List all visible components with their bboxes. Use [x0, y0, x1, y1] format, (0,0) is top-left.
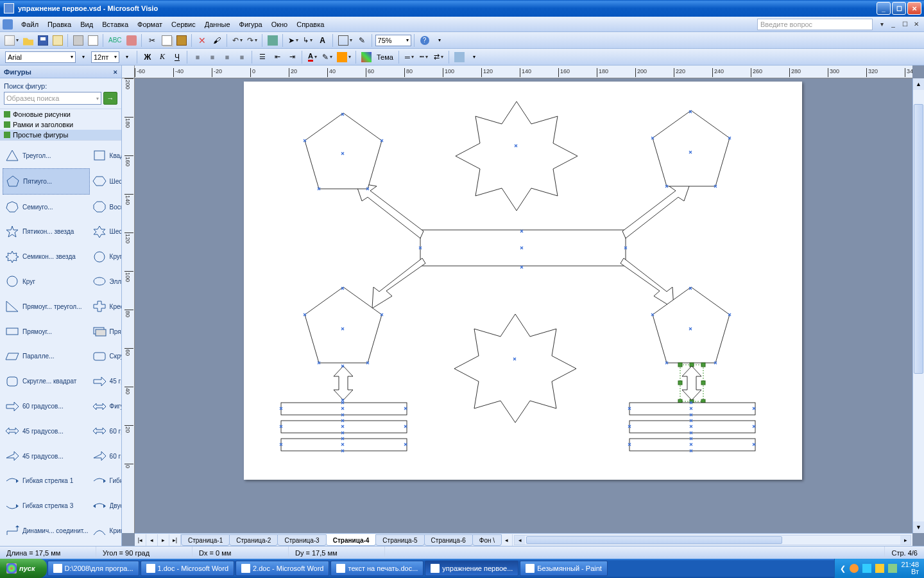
search-go-button[interactable]: → [103, 92, 117, 105]
first-page-button[interactable]: |◂ [135, 534, 146, 546]
underline-button[interactable]: Ч [170, 50, 184, 64]
drawing-area[interactable] [135, 78, 912, 533]
shapes-window-button[interactable] [266, 33, 280, 48]
scroll-up-icon[interactable]: ▲ [913, 78, 924, 90]
scroll-left-icon[interactable]: ◂ [515, 536, 525, 545]
last-page-button[interactable]: ▸| [169, 534, 181, 546]
shape-stencil-item[interactable]: Прямоуг... с тенью [90, 319, 121, 344]
shape-stencil-item[interactable]: 60 градусов... [3, 394, 90, 419]
open-button[interactable] [21, 33, 35, 48]
font-dropdown[interactable]: ▾ [76, 50, 90, 64]
shape-stencil-item[interactable]: Пятикон... звезда [3, 219, 90, 244]
menu-Справка[interactable]: Справка [292, 19, 329, 30]
search-input[interactable]: Образец поиска▾ [4, 92, 101, 105]
menu-Данные[interactable]: Данные [200, 19, 235, 30]
shape-stencil-item[interactable]: 45 градусов... [3, 419, 90, 444]
shape-stencil-item[interactable]: Прямоуг... треугол... [3, 294, 90, 319]
taskbar-button[interactable]: D:\2008\для програ... [47, 561, 139, 576]
shape-stencil-item[interactable]: Квадрат [90, 143, 121, 168]
decrease-indent-button[interactable]: ⇤ [270, 50, 284, 64]
hscrollbar-thumb[interactable] [526, 536, 782, 544]
vertical-ruler[interactable]: 200180160140120100806040200 [122, 78, 135, 533]
clock[interactable]: 21:48Вт [901, 561, 919, 575]
next-page-button[interactable]: ▸ [158, 534, 169, 546]
shape-stencil-item[interactable]: Треугол... [3, 143, 90, 168]
doc-minimize-button[interactable]: _ [888, 20, 898, 29]
menu-Окно[interactable]: Окно [267, 19, 293, 30]
tray-icon[interactable] [875, 564, 884, 573]
connector-tool-button[interactable]: ↳ [301, 33, 315, 48]
increase-indent-button[interactable]: ⇥ [285, 50, 299, 64]
tab-scroll-left[interactable]: ◂ [501, 534, 513, 546]
pointer-tool-button[interactable]: ➤ [286, 33, 300, 48]
page-tab[interactable]: Страница-4 [326, 534, 377, 546]
shape-stencil-item[interactable]: Эллипс [90, 269, 121, 294]
align-right-button[interactable]: ≡ [220, 50, 234, 64]
shape-stencil-item[interactable]: Крест [90, 294, 121, 319]
shape-stencil-item[interactable]: Гибкая стрелка 3 [3, 493, 90, 518]
shape-stencil-item[interactable]: Прямоуг... [3, 319, 90, 344]
tray-icon[interactable] [862, 564, 871, 573]
page-tab[interactable]: Страница-2 [229, 534, 278, 546]
help-button[interactable]: ? [418, 33, 432, 48]
stencil-row[interactable]: Фоновые рисунки [0, 109, 121, 119]
shape-stencil-item[interactable]: Гибкая стрелка 2 [90, 469, 121, 494]
doc-restore-button[interactable]: ☐ [900, 20, 910, 29]
menu-Правка[interactable]: Правка [43, 19, 76, 30]
taskbar-button[interactable]: Безымянный - Paint [520, 561, 608, 576]
shape-stencil-item[interactable]: Фигурная стрелка [90, 394, 121, 419]
shape-stencil-item[interactable]: 45 градусов... [3, 444, 90, 469]
cut-button[interactable]: ✂ [145, 33, 159, 48]
bullets-button[interactable]: ☰ [255, 50, 270, 64]
vertical-scrollbar[interactable]: ▲ ▼ [912, 78, 924, 533]
system-tray[interactable]: ❮ 21:48Вт [834, 559, 924, 578]
shape-stencil-item[interactable]: 60 градусов... [90, 444, 121, 469]
research-button[interactable] [124, 33, 139, 48]
shape-stencil-item[interactable]: Круг с перетаск... [90, 244, 121, 269]
fill-color-button[interactable] [335, 50, 353, 64]
shape-stencil-item[interactable]: Семиуго... [3, 195, 90, 220]
copy-button[interactable] [160, 33, 174, 48]
close-button[interactable]: ✕ [907, 2, 921, 15]
print-button[interactable] [71, 33, 85, 48]
text-tool-button[interactable]: A [316, 33, 330, 48]
horizontal-scrollbar[interactable]: ◂ ▸ [514, 535, 911, 545]
line-weight-button[interactable]: ═ [402, 50, 416, 64]
shape-stencil-item[interactable]: Гибкая стрелка 1 [3, 469, 90, 494]
shape-stencil-item[interactable]: Паралле... [3, 344, 90, 369]
ink-button[interactable]: ✎ [355, 33, 369, 48]
tray-collapse-icon[interactable]: ❮ [840, 565, 846, 573]
shape-stencil-item[interactable]: 60 градусов... [90, 419, 121, 444]
paste-button[interactable] [175, 33, 189, 48]
shape-stencil-item[interactable]: Скругле... прямоуг... [90, 344, 121, 369]
format-painter-button[interactable]: 🖌 [210, 33, 224, 48]
doc-close-button[interactable]: ✕ [911, 20, 921, 29]
line-color-button[interactable]: ✎ [320, 50, 334, 64]
stencil-row[interactable]: Простые фигуры [0, 130, 121, 140]
page-tab[interactable]: Страница-1 [181, 534, 230, 546]
undo-button[interactable]: ↶ [230, 33, 244, 48]
tray-icon[interactable] [850, 564, 859, 573]
scroll-right-icon[interactable]: ▸ [900, 536, 911, 545]
taskbar-button[interactable]: упражнение первое... [425, 561, 518, 576]
drawing-tools-button[interactable] [336, 33, 354, 48]
scroll-down-icon[interactable]: ▼ [913, 521, 924, 533]
new-button[interactable] [3, 33, 21, 48]
shape-stencil-item[interactable]: Кривая соедини... [90, 518, 121, 543]
bold-button[interactable]: Ж [141, 50, 155, 64]
menu-Вставка[interactable]: Вставка [98, 19, 133, 30]
taskbar-button[interactable]: текст на печать.doc... [330, 561, 424, 576]
prev-page-button[interactable]: ◂ [146, 534, 158, 546]
shape-stencil-item[interactable]: Динамич... соединит... [3, 518, 90, 543]
line-ends-button[interactable]: ⇄ [432, 50, 446, 64]
shape-stencil-item[interactable]: Круг [3, 269, 90, 294]
menu-Вид[interactable]: Вид [76, 19, 98, 30]
taskbar-button[interactable]: 1.doc - Microsoft Word [141, 561, 234, 576]
zoom-combo[interactable]: 75%▾ [375, 35, 411, 46]
tray-icon[interactable] [888, 564, 897, 573]
toolbar-options-button[interactable]: ▾ [467, 50, 481, 64]
align-left-button[interactable]: ≡ [191, 50, 205, 64]
shape-stencil-item[interactable]: Скругле... квадрат [3, 369, 90, 394]
shape-stencil-item[interactable]: Пятиуго... [3, 168, 90, 195]
page-tab[interactable]: Страница-3 [277, 534, 326, 546]
